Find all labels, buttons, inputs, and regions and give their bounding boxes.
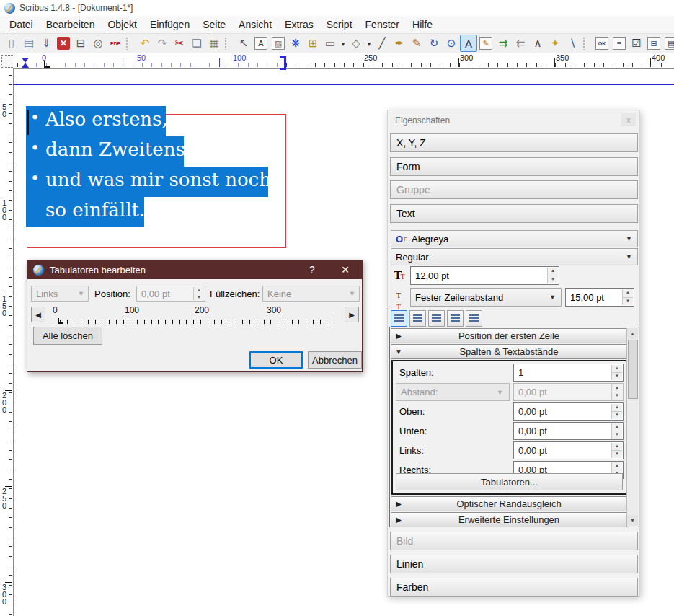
section-gruppe-button[interactable]: Gruppe [390,180,638,199]
pdf-combo-box-icon[interactable]: ⊟ [645,35,662,52]
ruler-scroll-right-button[interactable]: ▶ [345,307,359,322]
value-spinbox[interactable]: 0,00 pt ▲▼ [513,441,624,459]
polygon-dropdown-icon[interactable]: ▾ [365,35,373,52]
unlink-text-frames-icon[interactable]: ⇇ [512,35,529,52]
insert-bezier-icon[interactable]: ✒ [391,35,408,52]
edit-contents-icon[interactable]: A [460,35,477,52]
text-line[interactable]: •dann Zweitens [26,136,184,167]
insert-freehand-icon[interactable]: ✎ [408,35,425,52]
expander-columns[interactable]: ▼ Spalten & Textabstände [391,344,627,359]
pdf-list-box-icon[interactable]: ▤ [662,35,674,52]
dialog-tab-stop-marker[interactable] [58,318,63,324]
open-document-icon[interactable]: ▤ [20,35,37,52]
text-line[interactable]: •Also erstens, [26,106,166,136]
export-pdf-icon[interactable]: PDF [107,35,124,52]
insert-line-icon[interactable]: ╱ [373,35,391,52]
value-spinbox[interactable]: 0,00 pt ▲▼ [513,422,624,440]
measurements-icon[interactable]: ∧ [529,35,546,52]
eye-dropper-icon[interactable]: ∖ [564,35,581,52]
insert-polygon-icon[interactable]: ◇ [347,35,365,52]
menu-objekt[interactable]: Objekt [101,17,143,32]
align-forced-justify-button[interactable] [466,310,482,327]
dialog-help-button[interactable]: ? [300,260,324,279]
vertical-ruler[interactable]: 50100150200250300 [0,68,14,616]
panel-scrollbar[interactable]: ▲ ▼ [626,328,638,526]
menu-bearbeiten[interactable]: Bearbeiten [40,17,102,32]
save-document-icon[interactable]: ⇓ [37,35,55,52]
tab-dialog-ruler[interactable]: 0100200300 [49,307,337,324]
value-spinbox[interactable]: 0,00 pt ▲▼ [513,402,624,421]
clear-all-button[interactable]: Alle löschen [33,327,102,345]
spinner-arrows[interactable]: ▲▼ [611,423,622,439]
menu-datei[interactable]: Datei [3,17,40,32]
margin-guide-line[interactable] [13,84,674,85]
expander-advanced-settings[interactable]: ▶ Erweiterte Einstellungen [391,512,627,527]
value-spinbox[interactable]: 1 ▲▼ [513,364,624,382]
align-center-button[interactable] [409,310,426,327]
text-line[interactable]: so einfällt. [26,197,144,227]
spinner-arrows[interactable]: ▲▼ [611,404,622,419]
shape-dropdown-icon[interactable]: ▾ [339,35,347,52]
redo-icon[interactable]: ↷ [154,35,171,52]
menu-ansicht[interactable]: Ansicht [232,17,278,32]
insert-text-frame-icon[interactable]: A [252,35,270,52]
rotate-item-icon[interactable]: ↻ [425,35,443,52]
expander-optical-margins[interactable]: ▶ Optischer Randausgleich [391,496,627,511]
toolbar-separator[interactable] [126,36,134,50]
toolbar-separator[interactable] [225,36,233,50]
section-text-button[interactable]: Text [390,204,638,223]
undo-icon[interactable]: ↶ [136,35,154,52]
menu-einfuegen[interactable]: Einfügen [143,17,196,32]
tab-stop-marker[interactable] [44,61,50,68]
section-farben-button[interactable]: Farben [390,578,638,597]
menu-seite[interactable]: Seite [196,17,232,32]
ok-button[interactable]: OK [249,351,303,369]
spinner-arrows[interactable]: ▲▼ [622,289,633,305]
section-form-button[interactable]: Form [390,157,638,176]
cut-icon[interactable]: ✂ [171,35,188,52]
insert-render-frame-icon[interactable]: ❋ [287,35,304,52]
right-indent-marker[interactable] [280,56,286,70]
scroll-up-icon[interactable]: ▲ [627,328,638,339]
line-spacing-mode-dropdown[interactable]: Fester Zeilenabstand ▼ [410,288,562,307]
menu-fenster[interactable]: Fenster [359,17,406,32]
dialog-titlebar[interactable]: Tabulatoren bearbeiten ? ✕ [27,260,362,279]
palette-close-button[interactable]: x [621,113,636,126]
dialog-close-button[interactable]: ✕ [333,260,358,279]
left-indent-marker[interactable] [22,63,29,68]
font-size-spinbox[interactable]: 12,00 pt ▲▼ [410,266,559,285]
insert-table-icon[interactable]: ⊞ [304,35,322,52]
section-xyz-button[interactable]: X, Y, Z [390,133,638,152]
font-family-dropdown[interactable]: O F Alegreya ▼ [391,230,638,247]
spinner-arrows[interactable]: ▲▼ [547,268,558,283]
align-right-button[interactable] [428,310,445,327]
scroll-down-icon[interactable]: ▼ [627,515,638,526]
scrollbar-thumb[interactable] [628,340,638,399]
line-spacing-spinbox[interactable]: 15,00 pt ▲▼ [565,288,634,307]
align-left-button[interactable] [391,310,407,327]
pdf-text-field-icon[interactable]: ≡ [611,35,628,52]
align-justify-button[interactable] [447,310,464,327]
close-document-icon[interactable]: ✕ [57,37,70,50]
link-text-frames-icon[interactable]: ⇉ [495,35,512,52]
font-style-dropdown[interactable]: Regular ▼ [391,248,638,265]
expander-first-line[interactable]: ▶ Position der ersten Zeile [391,328,627,343]
cancel-button[interactable]: Abbrechen [308,351,362,369]
pdf-push-button-icon[interactable]: OK [593,35,611,52]
select-item-icon[interactable]: ↖ [235,35,252,52]
tabulators-button[interactable]: Tabulatoren... [396,473,623,490]
spinner-arrows[interactable]: ▲▼ [611,443,622,458]
spinner-arrows[interactable]: ▲▼ [611,365,622,380]
menu-hilfe[interactable]: Hilfe [406,17,439,32]
copy-icon[interactable]: ❏ [188,35,205,52]
new-document-icon[interactable]: ▯ [3,35,20,52]
insert-shape-icon[interactable]: ▭ [322,35,339,52]
first-line-indent-marker[interactable] [22,58,29,63]
pdf-checkbox-icon[interactable]: ☑ [628,35,645,52]
section-bild-button[interactable]: Bild [390,532,638,550]
horizontal-ruler[interactable]: 050100 250300350400 [13,53,674,69]
menu-extras[interactable]: Extras [278,17,320,32]
toolbar-separator[interactable] [583,36,591,50]
section-linien-button[interactable]: Linien [390,555,638,573]
preflight-verifier-icon[interactable]: ◎ [89,35,107,52]
